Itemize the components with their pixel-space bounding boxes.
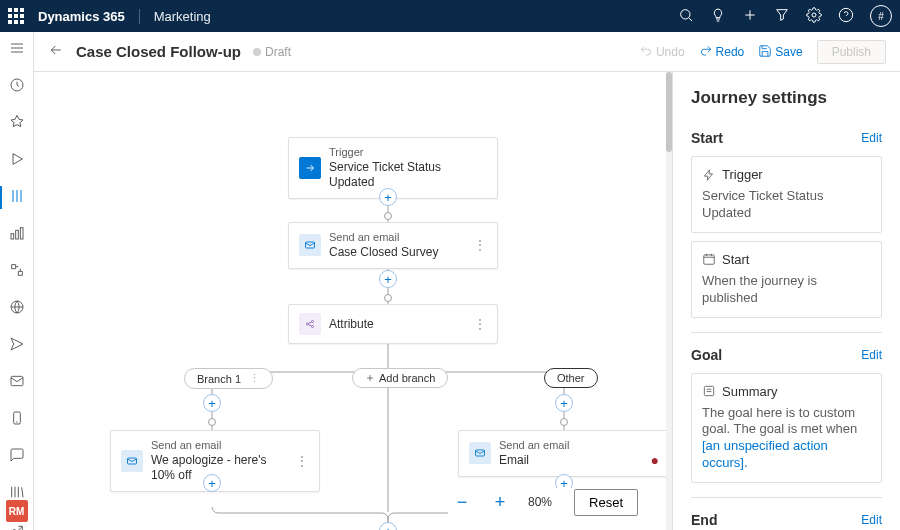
card-value: When the journey is published bbox=[702, 273, 871, 307]
undo-button[interactable]: Undo bbox=[639, 44, 685, 59]
send-icon[interactable] bbox=[9, 336, 25, 355]
svg-point-14 bbox=[312, 326, 314, 328]
back-button[interactable] bbox=[48, 42, 64, 61]
filter-icon[interactable] bbox=[774, 7, 790, 26]
goal-summary-card[interactable]: Summary The goal here is to custom goal.… bbox=[691, 373, 882, 484]
connector-dot bbox=[384, 294, 392, 302]
page-title: Case Closed Follow-up bbox=[76, 43, 241, 60]
svg-point-12 bbox=[307, 323, 309, 325]
start-trigger-card[interactable]: Trigger Service Ticket Status Updated bbox=[691, 156, 882, 233]
idea-icon[interactable] bbox=[710, 7, 726, 26]
node-sub: Send an email bbox=[329, 231, 438, 245]
publish-button[interactable]: Publish bbox=[817, 40, 886, 64]
settings-panel: Journey settings StartEdit Trigger Servi… bbox=[672, 72, 900, 530]
svg-rect-4 bbox=[11, 234, 14, 239]
section-start-heading: Start bbox=[691, 130, 723, 146]
play-icon[interactable] bbox=[9, 151, 25, 170]
app-launcher-icon[interactable] bbox=[8, 8, 24, 24]
node-send-email-1[interactable]: Send an emailCase Closed Survey ⋮ bbox=[288, 222, 498, 269]
status-badge: Draft bbox=[253, 45, 291, 59]
pin-icon[interactable] bbox=[9, 114, 25, 133]
connector-dot bbox=[560, 418, 568, 426]
panel-title: Journey settings bbox=[691, 88, 882, 108]
connector-dot bbox=[208, 418, 216, 426]
left-nav-rail: RM bbox=[0, 32, 34, 530]
svg-point-13 bbox=[312, 321, 314, 323]
card-label: Trigger bbox=[722, 167, 763, 182]
section-goal-heading: Goal bbox=[691, 347, 722, 363]
node-attribute[interactable]: Attribute ⋮ bbox=[288, 304, 498, 344]
globe-icon[interactable] bbox=[9, 299, 25, 318]
section-end-heading: End bbox=[691, 512, 717, 528]
card-value: The goal here is to custom goal. The goa… bbox=[702, 405, 871, 473]
journey-icon[interactable] bbox=[9, 188, 25, 207]
add-step-button[interactable]: + bbox=[203, 474, 221, 492]
zoom-percent: 80% bbox=[524, 495, 556, 509]
segments-icon[interactable] bbox=[9, 225, 25, 244]
card-label: Start bbox=[722, 252, 749, 267]
mail-icon bbox=[469, 442, 491, 464]
add-step-button[interactable]: + bbox=[379, 188, 397, 206]
add-step-button[interactable]: + bbox=[203, 394, 221, 412]
gear-icon[interactable] bbox=[806, 7, 822, 26]
node-send-email-3[interactable]: Send an emailEmail ● bbox=[458, 430, 668, 477]
attribute-icon bbox=[299, 313, 321, 335]
recent-icon[interactable] bbox=[9, 77, 25, 96]
svg-rect-8 bbox=[11, 376, 23, 385]
zoom-out-button[interactable]: − bbox=[448, 488, 476, 516]
zoom-reset-button[interactable]: Reset bbox=[574, 489, 638, 516]
node-sub: Trigger bbox=[329, 146, 487, 160]
svg-rect-17 bbox=[704, 255, 715, 264]
help-icon[interactable] bbox=[838, 7, 854, 26]
error-icon: ● bbox=[651, 452, 659, 468]
start-when-card[interactable]: Start When the journey is published bbox=[691, 241, 882, 318]
svg-rect-6 bbox=[20, 228, 23, 239]
journey-canvas[interactable]: TriggerService Ticket Status Updated + S… bbox=[34, 72, 672, 530]
edit-start-link[interactable]: Edit bbox=[861, 131, 882, 145]
card-value: Service Ticket Status Updated bbox=[702, 188, 871, 222]
node-title: Case Closed Survey bbox=[329, 245, 438, 260]
add-branch-button[interactable]: Add branch bbox=[352, 368, 448, 388]
node-menu[interactable]: ⋮ bbox=[285, 454, 309, 468]
flow-icon[interactable] bbox=[9, 262, 25, 281]
module-name: Marketing bbox=[139, 9, 211, 24]
node-title: Attribute bbox=[329, 317, 374, 332]
goal-link[interactable]: [an unspecified action occurs]. bbox=[702, 438, 828, 470]
trigger-icon bbox=[299, 157, 321, 179]
analytics-icon[interactable] bbox=[9, 521, 25, 530]
add-step-button[interactable]: + bbox=[555, 394, 573, 412]
svg-point-0 bbox=[681, 9, 690, 18]
zoom-in-button[interactable]: + bbox=[486, 488, 514, 516]
device-icon[interactable] bbox=[9, 410, 25, 429]
node-title: Email bbox=[499, 453, 569, 468]
add-step-button[interactable]: + bbox=[379, 270, 397, 288]
edit-goal-link[interactable]: Edit bbox=[861, 348, 882, 362]
node-title: Service Ticket Status Updated bbox=[329, 160, 487, 190]
svg-point-1 bbox=[812, 13, 816, 17]
mail-icon[interactable] bbox=[9, 373, 25, 392]
user-badge[interactable]: RM bbox=[6, 500, 28, 522]
node-menu[interactable]: ⋮ bbox=[463, 317, 487, 331]
chat-icon[interactable] bbox=[9, 447, 25, 466]
node-sub: Send an email bbox=[499, 439, 569, 453]
edit-end-link[interactable]: Edit bbox=[861, 513, 882, 527]
save-button[interactable]: Save bbox=[758, 44, 802, 59]
canvas-scrollbar[interactable] bbox=[666, 72, 672, 530]
node-menu[interactable]: ⋮ bbox=[463, 238, 487, 252]
user-avatar[interactable]: # bbox=[870, 5, 892, 27]
connector-dot bbox=[384, 212, 392, 220]
branch-pill-other[interactable]: Other bbox=[544, 368, 598, 388]
menu-icon[interactable] bbox=[9, 40, 25, 59]
svg-rect-18 bbox=[704, 386, 713, 395]
svg-rect-5 bbox=[15, 230, 18, 239]
node-sub: Send an email bbox=[151, 439, 285, 453]
redo-button[interactable]: Redo bbox=[699, 44, 745, 59]
svg-point-2 bbox=[839, 8, 852, 21]
card-label: Summary bbox=[722, 384, 778, 399]
mail-icon bbox=[121, 450, 143, 472]
search-icon[interactable] bbox=[678, 7, 694, 26]
branch-pill-1[interactable]: Branch 1⋮ bbox=[184, 368, 273, 389]
add-icon[interactable] bbox=[742, 7, 758, 26]
mail-icon bbox=[299, 234, 321, 256]
app-name: Dynamics 365 bbox=[38, 9, 125, 24]
